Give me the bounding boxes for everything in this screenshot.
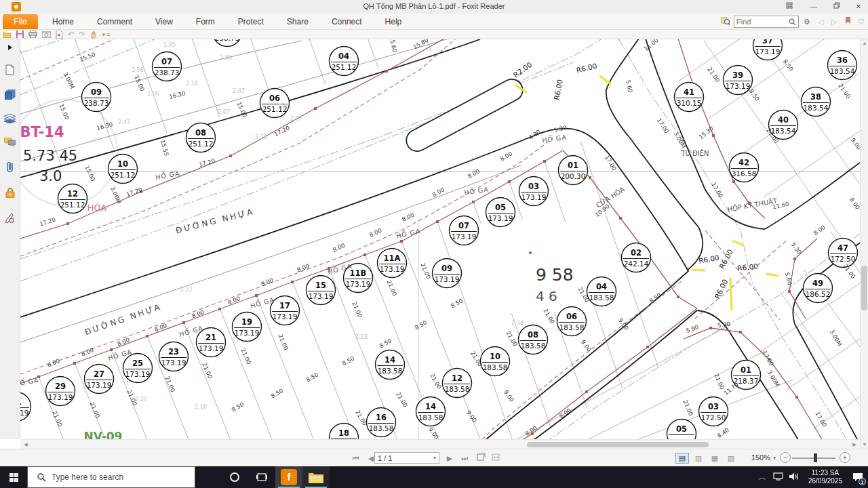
- map-annotation: HỘP KỸ THUẬT: [727, 197, 778, 214]
- zoom-level-value[interactable]: 150%: [745, 453, 770, 462]
- zoom-out-button[interactable]: −: [780, 452, 791, 463]
- last-page-button[interactable]: ⏭: [458, 453, 471, 464]
- manhole-node: [732, 180, 735, 183]
- dimension-label: 8.00: [260, 277, 274, 287]
- single-page-view-button[interactable]: ▤: [675, 453, 689, 464]
- scroll-left-arrow-icon[interactable]: ◀: [22, 441, 30, 449]
- bookmark-flag-icon[interactable]: ▾: [842, 16, 853, 27]
- sidebar-expand-arrow-icon[interactable]: [7, 45, 13, 50]
- vertical-scroll-thumb[interactable]: [861, 266, 867, 310]
- find-search-icon[interactable]: [789, 18, 796, 26]
- pdf-page-canvas[interactable]: 09238.7307238.7305238.7304251.1206251.12…: [20, 39, 860, 449]
- bookmarks-panel-icon[interactable]: [5, 64, 15, 75]
- scroll-down-arrow-icon[interactable]: ▼: [861, 441, 868, 449]
- continuous-facing-view-button[interactable]: ▧: [724, 453, 738, 464]
- zoom-dropdown-caret-icon[interactable]: ▾: [773, 455, 776, 461]
- foxit-taskbar-icon[interactable]: f: [275, 466, 302, 488]
- lot-marker: 06183.58: [557, 307, 587, 336]
- scroll-up-arrow-icon[interactable]: ▲: [861, 39, 868, 47]
- lot-area: 183.58: [589, 293, 614, 302]
- hand-tool-icon[interactable]: [90, 30, 97, 39]
- zoom-slider-thumb[interactable]: [814, 453, 817, 462]
- star-document-icon[interactable]: [56, 30, 63, 39]
- find-options-gear-icon[interactable]: ⚙ ▾: [802, 16, 812, 27]
- lot-area: 173.19: [452, 232, 477, 241]
- manhole-node: [385, 70, 388, 73]
- taskbar-search-input[interactable]: Type here to search: [27, 466, 195, 488]
- lot-marker: 29173.19: [46, 377, 75, 406]
- cadastral-map-drawing: 09238.7307238.7305238.7304251.1206251.12…: [20, 39, 860, 449]
- next-page-button[interactable]: ▶: [443, 453, 456, 464]
- find-previous-button[interactable]: ◁: [815, 16, 826, 27]
- close-button[interactable]: ✕: [853, 1, 864, 12]
- vertical-scrollbar[interactable]: ▲ ▼: [860, 39, 868, 449]
- page-dropdown-caret-icon[interactable]: ▾: [433, 455, 436, 461]
- manhole-label: HỐ GA: [20, 375, 39, 388]
- dimension-label: 17.20: [125, 186, 143, 198]
- fit-page-icon[interactable]: [475, 453, 487, 464]
- horizontal-scroll-thumb[interactable]: [527, 442, 709, 447]
- horizontal-scrollbar[interactable]: ◀ ▶: [20, 439, 860, 449]
- favorites-heart-icon[interactable]: ♡: [856, 16, 867, 27]
- signature-panel-icon[interactable]: [5, 212, 15, 223]
- lot-marker: 10183.58: [481, 347, 510, 376]
- advanced-search-icon[interactable]: [720, 16, 731, 27]
- open-folder-icon[interactable]: [3, 31, 12, 38]
- start-button[interactable]: [0, 466, 27, 488]
- fit-width-icon[interactable]: [490, 453, 502, 464]
- dimension-label: 8.00: [401, 211, 415, 223]
- notification-center-icon[interactable]: 1: [848, 466, 868, 488]
- continuous-view-button[interactable]: ▥: [692, 453, 705, 464]
- task-view-icon[interactable]: [248, 466, 275, 488]
- page-number-box[interactable]: 1 / 1 ▾: [374, 452, 439, 464]
- dimension-label: 15.00: [83, 165, 96, 182]
- restore-button[interactable]: [831, 1, 842, 12]
- find-box[interactable]: [734, 16, 799, 28]
- menu-file[interactable]: File: [3, 14, 38, 29]
- cortana-icon[interactable]: [221, 466, 248, 488]
- menu-connect[interactable]: Connect: [320, 17, 374, 26]
- map-annotation: TỦ ĐIỆN: [680, 148, 709, 158]
- menu-protect[interactable]: Protect: [226, 17, 275, 26]
- scroll-right-arrow-icon[interactable]: ▶: [850, 441, 859, 449]
- dimension-label: 3.00M: [109, 186, 122, 205]
- windows-taskbar: Type here to search f ︿ 11:23 SA 26/09/2…: [0, 466, 868, 488]
- find-input[interactable]: [736, 18, 789, 26]
- volume-icon[interactable]: [787, 472, 803, 483]
- minimize-button[interactable]: —: [808, 1, 819, 12]
- network-icon[interactable]: [770, 472, 787, 483]
- menu-help[interactable]: Help: [374, 17, 414, 26]
- pages-panel-icon[interactable]: [5, 89, 16, 100]
- street-edge: [765, 163, 860, 229]
- title-bar: QH Tổng MB Phân Lô-1.pdf - Foxit Reader …: [0, 0, 868, 14]
- more-tools-icon[interactable]: ▾ ≡: [102, 31, 110, 38]
- taskbar-clock[interactable]: 11:23 SA 26/09/2025: [803, 469, 848, 485]
- menu-home[interactable]: Home: [41, 17, 85, 26]
- zoom-in-button[interactable]: +: [840, 452, 850, 463]
- menu-form[interactable]: Form: [184, 17, 226, 26]
- first-page-button[interactable]: ⏮: [350, 453, 362, 464]
- security-panel-icon[interactable]: [5, 187, 15, 198]
- lot-number: 10: [490, 352, 500, 361]
- layers-panel-icon[interactable]: [4, 114, 16, 123]
- facing-view-button[interactable]: ▦: [708, 453, 722, 464]
- redo-icon[interactable]: ↷: [79, 30, 85, 39]
- tray-chevron-icon[interactable]: ︿: [754, 472, 770, 483]
- attachments-panel-icon[interactable]: [6, 161, 14, 173]
- menu-comment[interactable]: Comment: [85, 17, 144, 26]
- save-icon[interactable]: [16, 30, 24, 38]
- find-next-button[interactable]: ▷: [829, 16, 840, 27]
- parcel-boundary-line: [277, 39, 326, 85]
- menu-view[interactable]: View: [144, 17, 184, 26]
- street-edge: [720, 210, 765, 229]
- file-explorer-taskbar-icon[interactable]: [302, 466, 330, 488]
- snapshot-icon[interactable]: [42, 31, 51, 38]
- undo-icon[interactable]: ↶: [68, 30, 74, 39]
- lot-area: 173.19: [726, 82, 751, 90]
- manhole-node: [677, 296, 679, 298]
- menu-share[interactable]: Share: [275, 17, 320, 26]
- dimension-label: 8.50: [341, 354, 355, 367]
- ribbon-toggle-icon[interactable]: [784, 1, 795, 12]
- print-icon[interactable]: [28, 30, 37, 38]
- comments-panel-icon[interactable]: [4, 138, 16, 147]
